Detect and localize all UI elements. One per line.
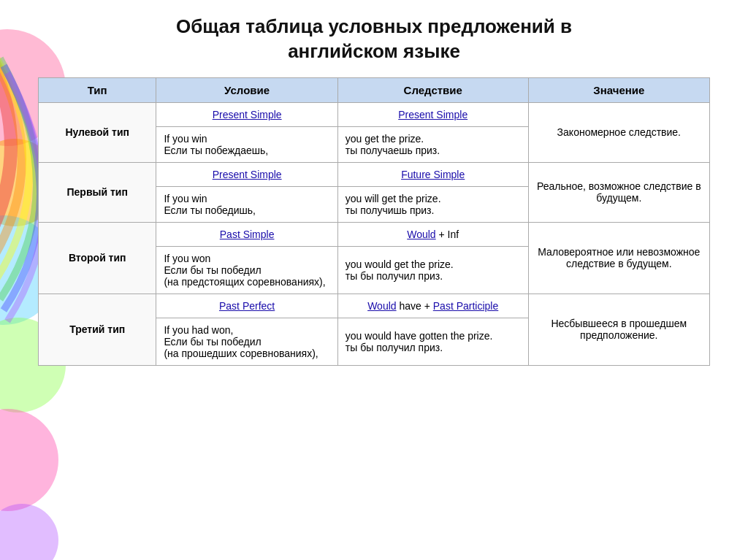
would-link-cons-third[interactable]: Would (367, 300, 396, 312)
table-row: Третий тип Past Perfect Would have + Pas… (39, 294, 710, 318)
table-row: Нулевой тип Present Simple Present Simpl… (39, 102, 710, 126)
present-simple-link-cons-zero[interactable]: Present Simple (398, 109, 468, 120)
type-first: Первый тип (39, 162, 156, 222)
cons-link-first: Future Simple (337, 162, 528, 186)
table-row: Первый тип Present Simple Future Simple … (39, 162, 710, 186)
cons-text-second: you would get the prize.ты бы получил пр… (337, 246, 528, 294)
cons-link-zero: Present Simple (337, 102, 528, 126)
svg-point-5 (0, 504, 58, 560)
cond-link-zero: Present Simple (156, 102, 337, 126)
type-second: Второй тип (39, 222, 156, 294)
page-title: Общая таблица условных предложений в анг… (38, 15, 710, 64)
cond-link-third: Past Perfect (156, 294, 337, 318)
main-content: Общая таблица условных предложений в анг… (38, 15, 710, 366)
type-third: Третий тип (39, 294, 156, 365)
cond-link-first: Present Simple (156, 162, 337, 186)
header-condition: Условие (156, 77, 337, 102)
future-simple-link-cons-first[interactable]: Future Simple (401, 169, 465, 180)
cons-link-second: Would + Inf (337, 222, 528, 246)
cons-text-zero: you get the prize.ты получаешь приз. (337, 126, 528, 162)
cons-text-third: you would have gotten the prize.ты бы по… (337, 318, 528, 365)
past-participle-link-cons-third[interactable]: Past Participle (433, 300, 498, 312)
cond-text-second: If you wonЕсли бы ты победил(на предстоя… (156, 246, 337, 294)
present-simple-link-cond-zero[interactable]: Present Simple (213, 109, 282, 120)
type-zero: Нулевой тип (39, 102, 156, 162)
cond-text-third: If you had won,Если бы ты победил(на про… (156, 318, 337, 365)
would-link-cons-second[interactable]: Would (407, 229, 435, 240)
cond-link-second: Past Simple (156, 222, 337, 246)
cons-text-first: you will get the prize.ты получишь приз. (337, 186, 528, 222)
past-simple-link-cond-second[interactable]: Past Simple (220, 229, 275, 240)
svg-point-4 (0, 409, 58, 511)
meaning-first: Реальное, возможное следствие в будущем. (528, 162, 709, 222)
header-type: Тип (39, 77, 156, 102)
meaning-second: Маловероятное или невозможное следствие … (528, 222, 709, 294)
past-perfect-link-cond-third[interactable]: Past Perfect (219, 300, 275, 312)
table-row: Второй тип Past Simple Would + Inf Малов… (39, 222, 710, 246)
cond-text-zero: If you winЕсли ты побеждаешь, (156, 126, 337, 162)
cons-link-third: Would have + Past Participle (337, 294, 528, 318)
cond-text-first: If you winЕсли ты победишь, (156, 186, 337, 222)
header-meaning: Значение (528, 77, 709, 102)
conditionals-table: Тип Условие Следствие Значение Нулевой т… (38, 77, 710, 366)
header-consequence: Следствие (337, 77, 528, 102)
present-simple-link-cond-first[interactable]: Present Simple (213, 169, 282, 180)
meaning-zero: Закономерное следствие. (528, 102, 709, 162)
meaning-third: Несбывшееся в прошедшем предположение. (528, 294, 709, 365)
